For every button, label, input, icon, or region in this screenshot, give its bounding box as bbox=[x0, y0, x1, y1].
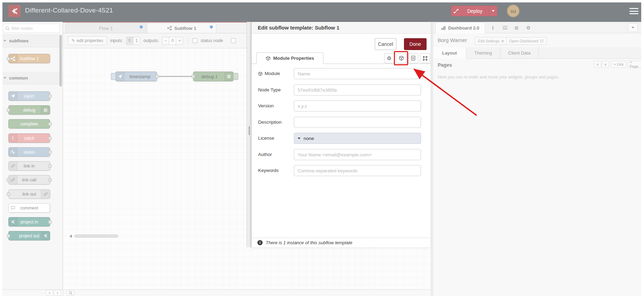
node-type-label: Node Type bbox=[258, 84, 293, 96]
field-row-node-type: Node Type bbox=[251, 84, 431, 96]
tray-resize-handle[interactable] bbox=[247, 22, 251, 247]
modal-shade bbox=[247, 247, 431, 296]
field-row-author: Author bbox=[251, 149, 431, 160]
version-input[interactable] bbox=[294, 100, 421, 112]
description-label: Description bbox=[258, 117, 293, 128]
file-text-icon bbox=[411, 56, 415, 61]
info-icon: i bbox=[257, 240, 263, 245]
instance-count-message: There is 1 instance of this subflow temp… bbox=[266, 240, 352, 245]
module-label: Module bbox=[258, 68, 293, 79]
tray-grip-icon bbox=[249, 126, 250, 135]
tab-label: Module Properties bbox=[273, 56, 314, 61]
tab-module-properties[interactable]: Module Properties bbox=[256, 52, 323, 64]
field-row-keywords: Keywords bbox=[251, 165, 431, 176]
chevron-down-icon bbox=[298, 138, 300, 139]
license-value: none bbox=[304, 136, 314, 141]
tray-header: Edit subflow template: Subflow 1 bbox=[251, 22, 431, 34]
module-input[interactable] bbox=[294, 68, 421, 79]
node-type-input[interactable] bbox=[294, 84, 421, 96]
tray-footer: i There is 1 instance of this subflow te… bbox=[251, 238, 431, 247]
keywords-label: Keywords bbox=[258, 165, 293, 176]
cancel-button[interactable]: Cancel bbox=[375, 38, 396, 50]
window-frame bbox=[0, 0, 644, 2]
field-row-description: Description bbox=[251, 117, 431, 128]
gear-icon: ⚙ bbox=[387, 55, 391, 61]
version-label: Version bbox=[258, 100, 293, 112]
license-select[interactable]: none bbox=[294, 133, 421, 144]
modal-shade bbox=[431, 22, 644, 296]
modal-shade bbox=[0, 22, 247, 296]
modal-shade bbox=[0, 0, 644, 22]
field-row-license: License none bbox=[251, 133, 431, 144]
window-frame bbox=[0, 0, 2, 296]
appearance-tab-button[interactable] bbox=[420, 53, 430, 63]
field-row-module: Module bbox=[251, 68, 431, 79]
keywords-input[interactable] bbox=[294, 165, 421, 176]
cube-icon bbox=[258, 72, 263, 76]
annotation-highlight-box bbox=[394, 51, 408, 65]
done-button[interactable]: Done bbox=[404, 38, 427, 50]
node-red-app: Different-Collared-Dove-4521 Deploy su s… bbox=[0, 0, 644, 296]
license-label: License bbox=[258, 133, 293, 144]
properties-tab-button[interactable]: ⚙ bbox=[384, 53, 394, 63]
author-input[interactable] bbox=[294, 149, 421, 160]
tray-title: Edit subflow template: Subflow 1 bbox=[258, 25, 339, 31]
vector-square-icon bbox=[423, 56, 428, 61]
cube-icon bbox=[266, 56, 271, 61]
window-frame bbox=[641, 0, 644, 296]
description-tab-button[interactable] bbox=[408, 53, 418, 63]
author-label: Author bbox=[258, 149, 293, 160]
description-input[interactable] bbox=[294, 117, 421, 128]
field-row-version: Version bbox=[251, 100, 431, 112]
